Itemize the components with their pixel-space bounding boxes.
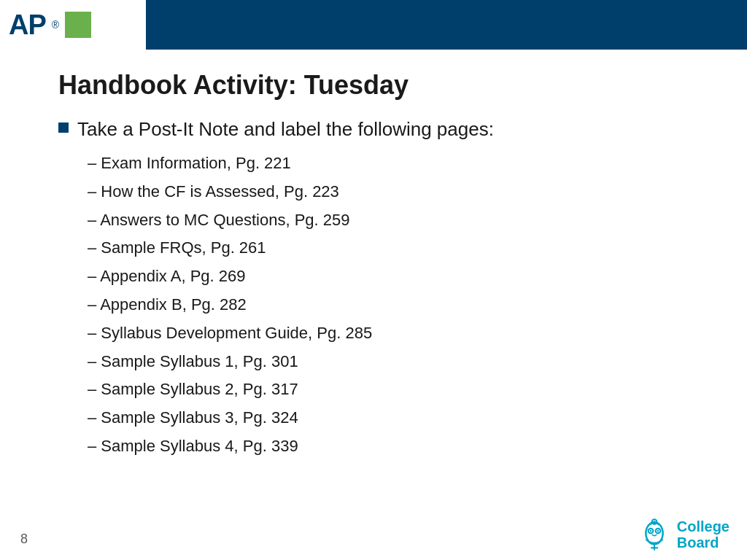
list-item: – Sample Syllabus 4, Pg. 339 [88,435,689,458]
list-item: – Sample Syllabus 2, Pg. 317 [88,378,689,401]
slide-title: Handbook Activity: Tuesday [58,70,689,101]
header-blue-bar [146,0,747,50]
list-item: – Answers to MC Questions, Pg. 259 [88,209,689,232]
collegeboard-line2: Board [677,534,729,551]
list-item: – Syllabus Development Guide, Pg. 285 [88,322,689,345]
bullet-square-icon [58,122,69,133]
page-number: 8 [20,532,28,547]
collegeboard-text: College Board [677,518,729,551]
main-bullet: Take a Post-It Note and label the follow… [58,118,689,141]
list-item: – Appendix A, Pg. 269 [88,265,689,288]
sub-item-text: – Syllabus Development Guide, Pg. 285 [88,322,372,345]
sub-item-text: – Sample Syllabus 2, Pg. 317 [88,378,298,401]
svg-point-4 [657,530,659,532]
ap-text: AP [9,11,46,39]
main-content: Handbook Activity: Tuesday Take a Post-I… [0,50,747,478]
collegeboard-owl-icon [636,516,673,553]
sub-item-text: – Appendix A, Pg. 269 [88,265,246,288]
sub-item-text: – Sample Syllabus 4, Pg. 339 [88,435,298,458]
sub-item-text: – Sample FRQs, Pg. 261 [88,237,266,260]
sub-items-list: – Exam Information, Pg. 221 – How the CF… [88,152,689,458]
list-item: – Sample Syllabus 3, Pg. 324 [88,407,689,429]
logo-section: AP® [0,0,146,50]
list-item: – How the CF is Assessed, Pg. 223 [88,181,689,203]
sub-item-text: – Appendix B, Pg. 282 [88,294,247,316]
green-square [65,12,91,38]
list-item: – Exam Information, Pg. 221 [88,152,689,175]
sub-item-text: – Answers to MC Questions, Pg. 259 [88,209,350,232]
sub-item-text: – Exam Information, Pg. 221 [88,152,291,175]
header-bar: AP® [0,0,747,50]
sub-item-text: – Sample Syllabus 3, Pg. 324 [88,407,298,429]
main-bullet-text: Take a Post-It Note and label the follow… [77,118,494,141]
list-item: – Appendix B, Pg. 282 [88,294,689,316]
collegeboard-line1: College [677,518,729,534]
list-item: – Sample Syllabus 1, Pg. 301 [88,351,689,373]
list-item: – Sample FRQs, Pg. 261 [88,237,689,260]
svg-point-6 [654,521,656,523]
sub-item-text: – How the CF is Assessed, Pg. 223 [88,181,339,203]
registered-symbol: ® [52,19,59,31]
ap-logo: AP® [9,11,91,39]
collegeboard-logo: College Board [636,516,729,553]
svg-point-3 [650,530,652,532]
sub-item-text: – Sample Syllabus 1, Pg. 301 [88,351,298,373]
